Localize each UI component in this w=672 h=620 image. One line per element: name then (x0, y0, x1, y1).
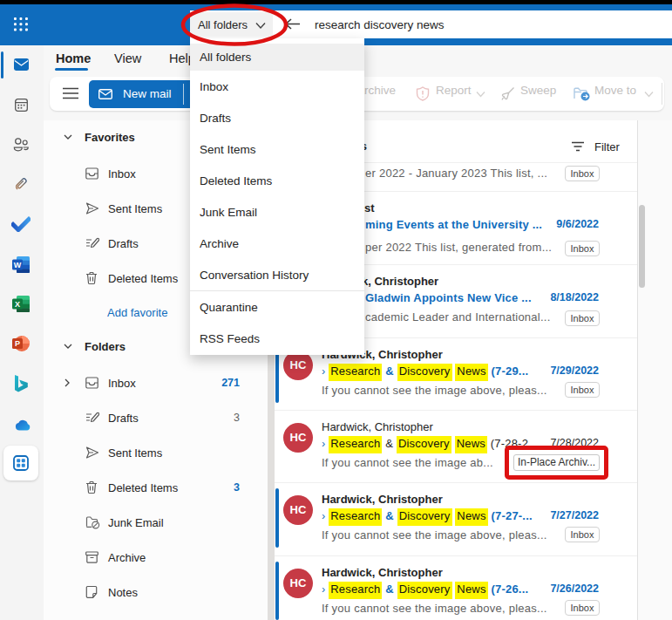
svg-text:W: W (14, 261, 22, 269)
svg-text:P: P (15, 339, 20, 348)
svg-text:X: X (15, 300, 20, 309)
